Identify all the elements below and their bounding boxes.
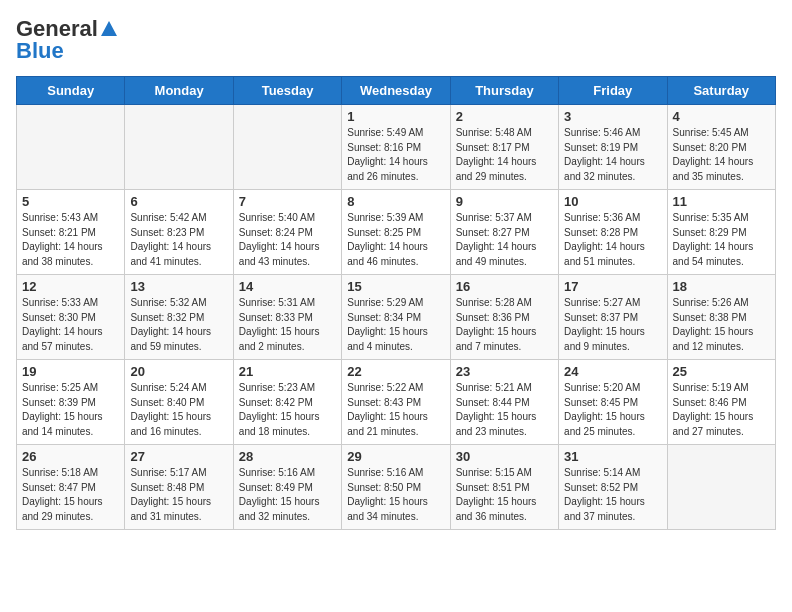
day-info: Sunrise: 5:27 AM Sunset: 8:37 PM Dayligh… (564, 296, 661, 354)
table-row (233, 105, 341, 190)
calendar-header-row: SundayMondayTuesdayWednesdayThursdayFrid… (17, 77, 776, 105)
table-row: 16Sunrise: 5:28 AM Sunset: 8:36 PM Dayli… (450, 275, 558, 360)
logo-blue: Blue (16, 38, 64, 64)
day-number: 23 (456, 364, 553, 379)
day-number: 4 (673, 109, 770, 124)
calendar-header-monday: Monday (125, 77, 233, 105)
table-row: 12Sunrise: 5:33 AM Sunset: 8:30 PM Dayli… (17, 275, 125, 360)
day-number: 5 (22, 194, 119, 209)
day-number: 14 (239, 279, 336, 294)
table-row: 24Sunrise: 5:20 AM Sunset: 8:45 PM Dayli… (559, 360, 667, 445)
page-header: General Blue (16, 16, 776, 64)
day-info: Sunrise: 5:28 AM Sunset: 8:36 PM Dayligh… (456, 296, 553, 354)
calendar-header-friday: Friday (559, 77, 667, 105)
calendar-week-1: 1Sunrise: 5:49 AM Sunset: 8:16 PM Daylig… (17, 105, 776, 190)
calendar-table: SundayMondayTuesdayWednesdayThursdayFrid… (16, 76, 776, 530)
day-info: Sunrise: 5:26 AM Sunset: 8:38 PM Dayligh… (673, 296, 770, 354)
table-row: 6Sunrise: 5:42 AM Sunset: 8:23 PM Daylig… (125, 190, 233, 275)
table-row: 23Sunrise: 5:21 AM Sunset: 8:44 PM Dayli… (450, 360, 558, 445)
day-number: 16 (456, 279, 553, 294)
calendar-week-2: 5Sunrise: 5:43 AM Sunset: 8:21 PM Daylig… (17, 190, 776, 275)
calendar-week-3: 12Sunrise: 5:33 AM Sunset: 8:30 PM Dayli… (17, 275, 776, 360)
day-info: Sunrise: 5:21 AM Sunset: 8:44 PM Dayligh… (456, 381, 553, 439)
day-number: 24 (564, 364, 661, 379)
calendar-week-5: 26Sunrise: 5:18 AM Sunset: 8:47 PM Dayli… (17, 445, 776, 530)
table-row: 27Sunrise: 5:17 AM Sunset: 8:48 PM Dayli… (125, 445, 233, 530)
table-row: 4Sunrise: 5:45 AM Sunset: 8:20 PM Daylig… (667, 105, 775, 190)
table-row: 31Sunrise: 5:14 AM Sunset: 8:52 PM Dayli… (559, 445, 667, 530)
day-info: Sunrise: 5:25 AM Sunset: 8:39 PM Dayligh… (22, 381, 119, 439)
day-info: Sunrise: 5:24 AM Sunset: 8:40 PM Dayligh… (130, 381, 227, 439)
table-row: 26Sunrise: 5:18 AM Sunset: 8:47 PM Dayli… (17, 445, 125, 530)
day-number: 20 (130, 364, 227, 379)
day-number: 13 (130, 279, 227, 294)
day-number: 2 (456, 109, 553, 124)
day-number: 25 (673, 364, 770, 379)
day-number: 7 (239, 194, 336, 209)
day-info: Sunrise: 5:39 AM Sunset: 8:25 PM Dayligh… (347, 211, 444, 269)
day-number: 28 (239, 449, 336, 464)
day-number: 10 (564, 194, 661, 209)
table-row: 19Sunrise: 5:25 AM Sunset: 8:39 PM Dayli… (17, 360, 125, 445)
table-row: 17Sunrise: 5:27 AM Sunset: 8:37 PM Dayli… (559, 275, 667, 360)
day-info: Sunrise: 5:17 AM Sunset: 8:48 PM Dayligh… (130, 466, 227, 524)
table-row: 30Sunrise: 5:15 AM Sunset: 8:51 PM Dayli… (450, 445, 558, 530)
day-info: Sunrise: 5:20 AM Sunset: 8:45 PM Dayligh… (564, 381, 661, 439)
day-info: Sunrise: 5:43 AM Sunset: 8:21 PM Dayligh… (22, 211, 119, 269)
day-number: 31 (564, 449, 661, 464)
day-number: 6 (130, 194, 227, 209)
day-info: Sunrise: 5:14 AM Sunset: 8:52 PM Dayligh… (564, 466, 661, 524)
day-number: 19 (22, 364, 119, 379)
logo-triangle-icon (100, 20, 118, 38)
table-row: 10Sunrise: 5:36 AM Sunset: 8:28 PM Dayli… (559, 190, 667, 275)
table-row: 20Sunrise: 5:24 AM Sunset: 8:40 PM Dayli… (125, 360, 233, 445)
svg-marker-0 (101, 21, 117, 36)
table-row: 22Sunrise: 5:22 AM Sunset: 8:43 PM Dayli… (342, 360, 450, 445)
day-info: Sunrise: 5:37 AM Sunset: 8:27 PM Dayligh… (456, 211, 553, 269)
table-row: 1Sunrise: 5:49 AM Sunset: 8:16 PM Daylig… (342, 105, 450, 190)
table-row: 11Sunrise: 5:35 AM Sunset: 8:29 PM Dayli… (667, 190, 775, 275)
table-row (125, 105, 233, 190)
day-number: 15 (347, 279, 444, 294)
day-info: Sunrise: 5:46 AM Sunset: 8:19 PM Dayligh… (564, 126, 661, 184)
day-info: Sunrise: 5:29 AM Sunset: 8:34 PM Dayligh… (347, 296, 444, 354)
day-info: Sunrise: 5:18 AM Sunset: 8:47 PM Dayligh… (22, 466, 119, 524)
day-number: 22 (347, 364, 444, 379)
day-info: Sunrise: 5:36 AM Sunset: 8:28 PM Dayligh… (564, 211, 661, 269)
day-number: 8 (347, 194, 444, 209)
table-row (17, 105, 125, 190)
day-number: 26 (22, 449, 119, 464)
day-number: 30 (456, 449, 553, 464)
day-info: Sunrise: 5:22 AM Sunset: 8:43 PM Dayligh… (347, 381, 444, 439)
day-info: Sunrise: 5:16 AM Sunset: 8:49 PM Dayligh… (239, 466, 336, 524)
day-info: Sunrise: 5:19 AM Sunset: 8:46 PM Dayligh… (673, 381, 770, 439)
table-row: 21Sunrise: 5:23 AM Sunset: 8:42 PM Dayli… (233, 360, 341, 445)
day-info: Sunrise: 5:33 AM Sunset: 8:30 PM Dayligh… (22, 296, 119, 354)
table-row: 13Sunrise: 5:32 AM Sunset: 8:32 PM Dayli… (125, 275, 233, 360)
table-row: 28Sunrise: 5:16 AM Sunset: 8:49 PM Dayli… (233, 445, 341, 530)
logo: General Blue (16, 16, 118, 64)
day-info: Sunrise: 5:45 AM Sunset: 8:20 PM Dayligh… (673, 126, 770, 184)
day-info: Sunrise: 5:23 AM Sunset: 8:42 PM Dayligh… (239, 381, 336, 439)
day-number: 11 (673, 194, 770, 209)
table-row: 8Sunrise: 5:39 AM Sunset: 8:25 PM Daylig… (342, 190, 450, 275)
day-info: Sunrise: 5:15 AM Sunset: 8:51 PM Dayligh… (456, 466, 553, 524)
day-number: 9 (456, 194, 553, 209)
day-info: Sunrise: 5:42 AM Sunset: 8:23 PM Dayligh… (130, 211, 227, 269)
day-number: 27 (130, 449, 227, 464)
day-info: Sunrise: 5:35 AM Sunset: 8:29 PM Dayligh… (673, 211, 770, 269)
day-info: Sunrise: 5:40 AM Sunset: 8:24 PM Dayligh… (239, 211, 336, 269)
table-row: 18Sunrise: 5:26 AM Sunset: 8:38 PM Dayli… (667, 275, 775, 360)
table-row: 5Sunrise: 5:43 AM Sunset: 8:21 PM Daylig… (17, 190, 125, 275)
calendar-header-thursday: Thursday (450, 77, 558, 105)
day-number: 17 (564, 279, 661, 294)
table-row: 7Sunrise: 5:40 AM Sunset: 8:24 PM Daylig… (233, 190, 341, 275)
table-row: 14Sunrise: 5:31 AM Sunset: 8:33 PM Dayli… (233, 275, 341, 360)
day-info: Sunrise: 5:49 AM Sunset: 8:16 PM Dayligh… (347, 126, 444, 184)
day-number: 3 (564, 109, 661, 124)
day-number: 12 (22, 279, 119, 294)
day-info: Sunrise: 5:48 AM Sunset: 8:17 PM Dayligh… (456, 126, 553, 184)
day-info: Sunrise: 5:31 AM Sunset: 8:33 PM Dayligh… (239, 296, 336, 354)
table-row: 25Sunrise: 5:19 AM Sunset: 8:46 PM Dayli… (667, 360, 775, 445)
calendar-header-sunday: Sunday (17, 77, 125, 105)
